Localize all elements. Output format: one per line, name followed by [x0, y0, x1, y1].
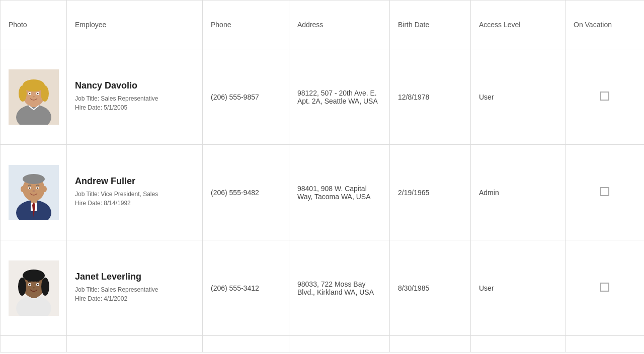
employee-name: Andrew Fuller [75, 176, 194, 187]
employee-info-cell-2: Janet Leverling Job Title: Sales Represe… [67, 240, 203, 336]
employee-access-cell-2: User [471, 240, 566, 336]
svg-point-11 [33, 96, 35, 97]
employee-address-cell-2: 98033, 722 Moss Bay Blvd., Kirkland WA, … [289, 240, 390, 336]
empty-cell [1, 336, 67, 352]
table-row: Andrew Fuller Job Title: Vice President,… [1, 145, 645, 240]
table-row-empty [1, 336, 645, 352]
svg-point-18 [23, 174, 45, 184]
photo-placeholder [9, 260, 59, 316]
svg-point-19 [21, 186, 25, 192]
svg-point-6 [41, 85, 49, 102]
employee-birthdate-cell-1: 2/19/1965 [390, 145, 471, 240]
employee-vacation-cell-2[interactable] [566, 240, 645, 336]
employee-address-cell-0: 98122, 507 - 20th Ave. E. Apt. 2A, Seatt… [289, 49, 390, 145]
svg-point-24 [37, 187, 39, 189]
employee-address-cell-1: 98401, 908 W. Capital Way, Tacoma WA, US… [289, 145, 390, 240]
col-header-photo: Photo [1, 1, 67, 49]
empty-cell [67, 336, 203, 352]
employee-photo-cell-1 [1, 145, 67, 240]
table-row: Janet Leverling Job Title: Sales Represe… [1, 240, 645, 336]
vacation-checkbox[interactable] [600, 92, 609, 101]
employee-photo-cell-2 [1, 240, 67, 336]
col-header-phone: Phone [203, 1, 289, 49]
employee-phone-cell-1: (206) 555-9482 [203, 145, 289, 240]
employee-job-title: Job Title: Sales Representative [75, 95, 194, 102]
employee-birthdate-cell-0: 12/8/1978 [390, 49, 471, 145]
photo-placeholder [9, 165, 59, 220]
employee-access-cell-1: Admin [471, 145, 566, 240]
vacation-checkbox[interactable] [600, 283, 609, 292]
employee-job-title: Job Title: Vice President, Sales [75, 191, 194, 198]
col-header-vacation: On Vacation [566, 1, 645, 49]
photo-placeholder [9, 69, 59, 125]
employees-table: Photo Employee Phone Address Birth Date … [0, 0, 644, 352]
empty-cell [203, 336, 289, 352]
svg-point-32 [41, 278, 49, 296]
employee-phone-cell-2: (206) 555-3412 [203, 240, 289, 336]
empty-cell [566, 336, 645, 352]
employee-job-title: Job Title: Sales Representative [75, 286, 194, 293]
col-header-access: Access Level [471, 1, 566, 49]
svg-point-37 [33, 287, 35, 288]
col-header-address: Address [289, 1, 390, 49]
employee-info-cell-1: Andrew Fuller Job Title: Vice President,… [67, 145, 203, 240]
svg-point-9 [29, 93, 31, 94]
employee-access-cell-0: User [471, 49, 566, 145]
svg-point-5 [19, 85, 27, 102]
employee-hire-date: Hire Date: 4/1/2002 [75, 295, 194, 302]
employee-birthdate-cell-2: 8/30/1985 [390, 240, 471, 336]
table-header-row: Photo Employee Phone Address Birth Date … [1, 1, 645, 49]
employee-vacation-cell-0[interactable] [566, 49, 645, 145]
employee-phone-cell-0: (206) 555-9857 [203, 49, 289, 145]
employee-name: Janet Leverling [75, 272, 194, 282]
svg-point-23 [29, 187, 31, 189]
employee-info-cell-0: Nancy Davolio Job Title: Sales Represent… [67, 49, 203, 145]
svg-point-31 [18, 278, 26, 296]
employee-vacation-cell-1[interactable] [566, 145, 645, 240]
employee-hire-date: Hire Date: 8/14/1992 [75, 200, 194, 207]
col-header-birthdate: Birth Date [390, 1, 471, 49]
empty-cell [471, 336, 566, 352]
employee-photo-cell-0 [1, 49, 67, 145]
col-header-employee: Employee [67, 1, 203, 49]
vacation-checkbox[interactable] [600, 187, 609, 196]
empty-cell [390, 336, 471, 352]
employee-name: Nancy Davolio [75, 80, 194, 91]
empty-cell [289, 336, 390, 352]
svg-point-30 [23, 270, 45, 282]
svg-point-10 [37, 93, 39, 94]
table-row: Nancy Davolio Job Title: Sales Represent… [1, 49, 645, 145]
svg-point-35 [29, 284, 31, 285]
employee-hire-date: Hire Date: 5/1/2005 [75, 104, 194, 111]
svg-point-36 [37, 284, 39, 285]
svg-point-25 [33, 190, 35, 192]
svg-point-20 [43, 186, 47, 192]
